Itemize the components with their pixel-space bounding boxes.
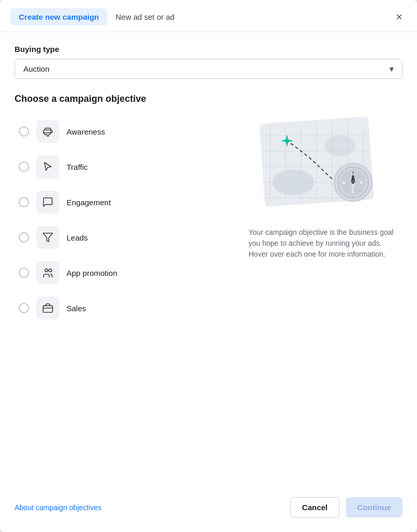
leads-label: Leads — [67, 233, 88, 242]
svg-point-1 — [45, 269, 48, 272]
radio-traffic[interactable] — [19, 162, 29, 172]
app-promotion-label: App promotion — [67, 269, 118, 277]
engagement-icon-box — [36, 191, 59, 214]
traffic-icon-box — [36, 155, 59, 178]
objective-item-awareness[interactable]: Awareness — [15, 115, 234, 148]
cursor-icon — [42, 161, 54, 172]
chat-icon — [42, 196, 54, 208]
briefcase-icon — [42, 302, 54, 314]
buying-type-label: Buying type — [15, 45, 402, 54]
buying-type-select[interactable]: Auction Reach and Frequency — [15, 59, 402, 79]
megaphone-icon — [42, 126, 54, 137]
traffic-label: Traffic — [67, 163, 88, 171]
svg-text:E: E — [360, 181, 363, 184]
svg-point-2 — [49, 269, 52, 272]
people-icon — [42, 267, 54, 278]
engagement-label: Engagement — [67, 198, 111, 207]
svg-point-18 — [272, 169, 314, 195]
radio-leads[interactable] — [19, 232, 29, 243]
cancel-button[interactable]: Cancel — [290, 497, 340, 517]
modal-body: Buying type Auction Reach and Frequency … — [0, 32, 417, 487]
objective-item-engagement[interactable]: Engagement — [15, 185, 234, 219]
svg-point-19 — [324, 136, 356, 156]
svg-text:W: W — [342, 181, 346, 184]
radio-engagement[interactable] — [19, 197, 29, 207]
modal-footer: About campaign objectives Cancel Continu… — [0, 487, 417, 532]
modal-header: Create new campaign New ad set or ad × — [0, 0, 417, 32]
app-promotion-icon-box — [36, 261, 59, 284]
objective-item-leads[interactable]: Leads — [15, 221, 234, 254]
svg-rect-3 — [43, 305, 53, 312]
sales-icon-box — [36, 297, 59, 320]
campaign-description: Your campaign objective is the business … — [246, 227, 402, 260]
objectives-list: Awareness Traffic — [15, 115, 234, 325]
awareness-icon-box — [36, 120, 59, 143]
leads-icon-box — [36, 226, 59, 249]
modal-dialog: Create new campaign New ad set or ad × B… — [0, 0, 417, 532]
about-campaign-link[interactable]: About campaign objectives — [15, 503, 101, 512]
svg-text:N: N — [351, 172, 354, 176]
tab-new-ad-set[interactable]: New ad set or ad — [107, 8, 183, 25]
right-panel: N S W E Your — [246, 115, 402, 325]
footer-buttons: Cancel Continue — [290, 497, 402, 517]
section-title: Choose a campaign objective — [15, 94, 402, 104]
svg-point-30 — [351, 181, 355, 184]
continue-button[interactable]: Continue — [346, 497, 402, 517]
svg-marker-0 — [43, 233, 53, 242]
filter-icon — [42, 232, 54, 243]
svg-text:S: S — [351, 190, 354, 194]
radio-sales[interactable] — [19, 303, 29, 313]
buying-type-select-wrapper: Auction Reach and Frequency ▼ — [15, 59, 402, 79]
tab-create-campaign[interactable]: Create new campaign — [10, 8, 107, 25]
radio-app-promotion[interactable] — [19, 268, 29, 278]
close-button[interactable]: × — [392, 9, 407, 25]
awareness-label: Awareness — [67, 127, 105, 136]
objective-item-sales[interactable]: Sales — [15, 291, 234, 325]
sales-label: Sales — [67, 304, 86, 313]
radio-awareness[interactable] — [19, 126, 29, 137]
objectives-container: Awareness Traffic — [15, 115, 402, 325]
objective-item-traffic[interactable]: Traffic — [15, 150, 234, 183]
objective-item-app-promotion[interactable]: App promotion — [15, 256, 234, 289]
campaign-illustration: N S W E — [252, 115, 397, 219]
